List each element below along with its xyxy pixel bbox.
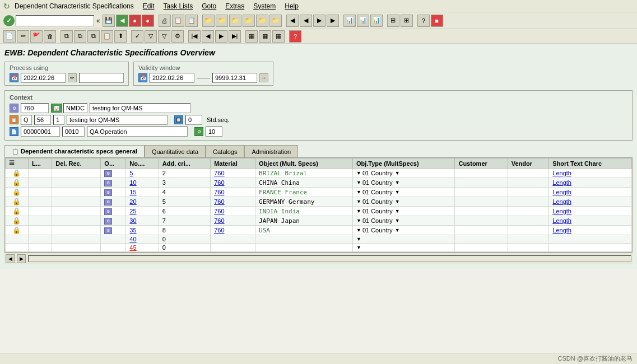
tool7[interactable]: 📁 [256,15,268,27]
dropdown-arrow-right[interactable]: ▼ [395,170,400,176]
col-no[interactable]: No.... [126,158,159,169]
settings[interactable]: ⚙ [171,30,184,43]
tab-catalogs[interactable]: Catalogs [206,145,244,157]
shorttext-link[interactable]: Length [552,179,571,186]
col-customer[interactable]: Customer [455,158,508,169]
func2[interactable]: ▦ [259,30,271,43]
cell-material[interactable]: 760 [211,188,255,197]
tool4[interactable]: 📁 [216,15,228,27]
filter2[interactable]: ▽ [158,30,170,43]
col-del[interactable]: Del. Rec. [52,158,101,169]
cell-objtype[interactable]: ▼ 01 Country ▼ [352,178,455,188]
validity-btn[interactable]: → [259,73,268,82]
check[interactable]: ✓ [131,30,143,43]
edit-pencil[interactable]: ✏ [17,30,29,43]
menu-goto[interactable]: Goto [202,2,216,10]
material-link[interactable]: 760 [214,217,224,224]
func4[interactable]: ? [289,30,301,43]
scroll-track[interactable] [28,255,631,262]
cell-material[interactable] [211,235,255,244]
no-link[interactable]: 45 [129,244,136,251]
layout-button[interactable]: ⊞ [387,15,399,27]
nav-last[interactable]: ▶| [229,30,241,43]
cell-no[interactable]: 20 [126,197,159,207]
dropdown-arrow-right[interactable]: ▼ [395,208,400,214]
ctx-field-760[interactable]: 760 [21,103,49,113]
cell-material[interactable]: 760 [211,207,255,216]
cell-no[interactable]: 35 [126,226,159,235]
no-link[interactable]: 40 [129,236,136,242]
no-link[interactable]: 35 [129,227,136,234]
cell-no[interactable]: 5 [126,169,159,178]
paste[interactable]: 📋 [101,30,113,43]
cell-objtype[interactable]: ▼ 01 Country ▼ [352,216,455,226]
nav-back[interactable]: « [95,17,101,25]
cancel-button[interactable]: ● [142,15,154,27]
ctx-field-q[interactable]: Q [21,115,32,125]
func1[interactable]: ▦ [245,30,258,43]
cell-objtype[interactable]: ▼ 01 Country ▼ [352,197,455,207]
cell-no[interactable]: 10 [126,178,159,188]
dropdown-arrow-right[interactable]: ▼ [395,199,400,204]
dropdown-arrow-right[interactable]: ▼ [395,189,400,195]
cell-objtype[interactable]: ▼ [352,235,455,244]
ctx-field-10[interactable]: 10 [206,127,222,137]
tool6[interactable]: 📁 [243,15,255,27]
material-link[interactable]: 760 [214,227,224,234]
cell-material[interactable] [211,244,255,252]
cell-no[interactable]: 25 [126,207,159,216]
process-edit-btn[interactable]: ✏ [68,73,77,82]
ctx-field-00000001[interactable]: 00000001 [21,127,60,137]
ctx-field-0[interactable]: 0 [185,115,202,125]
cell-material[interactable]: 760 [211,216,255,226]
cell-material[interactable]: 760 [211,178,255,188]
material-link[interactable]: 760 [214,198,224,205]
no-link[interactable]: 10 [129,179,136,186]
col-add[interactable]: Add. cri... [159,158,210,169]
nav-first[interactable]: |◀ [188,30,201,43]
material-link[interactable]: 760 [214,170,224,176]
validity-to[interactable]: 9999.12.31 [212,73,257,83]
shorttext-link[interactable]: Length [552,208,571,214]
cell-material[interactable]: 760 [211,197,255,207]
tool12[interactable]: ▶ [327,15,339,27]
import[interactable]: ⬆ [114,30,127,43]
tool5[interactable]: 📁 [229,15,241,27]
cust-button[interactable]: ■ [431,15,443,27]
print-button[interactable]: 🖨 [159,15,171,27]
copy1[interactable]: ⧉ [61,30,73,43]
shorttext-link[interactable]: Length [552,227,571,234]
back-button[interactable]: ◀ [116,15,128,27]
cell-objtype[interactable]: ▼ [352,244,455,252]
tool13[interactable]: 📊 [343,15,356,27]
menu-extras[interactable]: Extras [225,2,244,10]
cell-no[interactable]: 45 [126,244,159,252]
layout2-button[interactable]: ⊞ [401,15,413,27]
cell-objtype[interactable]: ▼ 01 Country ▼ [352,226,455,235]
tool14[interactable]: 📊 [357,15,369,27]
scroll-right[interactable]: ▶ [17,254,26,263]
tool15[interactable]: 📊 [370,15,383,27]
menu-tasklists[interactable]: Task Lists [163,2,193,10]
cell-no[interactable]: 40 [126,235,159,244]
process-date[interactable]: 2022.02.26 [21,73,66,83]
cell-no[interactable]: 15 [126,188,159,197]
dropdown-arrow[interactable]: ▼ [356,245,361,250]
save-button[interactable]: 💾 [103,15,115,27]
material-link[interactable]: 760 [214,189,224,195]
tab-general[interactable]: 📋 Dependent characteristic specs general [4,145,145,157]
material-link[interactable]: 760 [214,179,224,186]
col-vendor[interactable]: Vendor [508,158,549,169]
flag-button[interactable]: 🚩 [30,30,43,43]
tool8[interactable]: 📁 [269,15,282,27]
dropdown-arrow-right[interactable]: ▼ [395,218,400,223]
col-object[interactable]: Object (Mult. Specs) [255,158,353,169]
tool1[interactable]: 📋 [172,15,184,27]
tool9[interactable]: ◀ [286,15,299,27]
no-link[interactable]: 15 [129,189,136,195]
menu-system[interactable]: System [253,2,276,10]
tool11[interactable]: ▶ [313,15,326,27]
new-button[interactable]: 📄 [3,30,16,43]
ctx-field-56[interactable]: 56 [34,115,51,125]
menu-edit[interactable]: Edit [143,2,155,10]
